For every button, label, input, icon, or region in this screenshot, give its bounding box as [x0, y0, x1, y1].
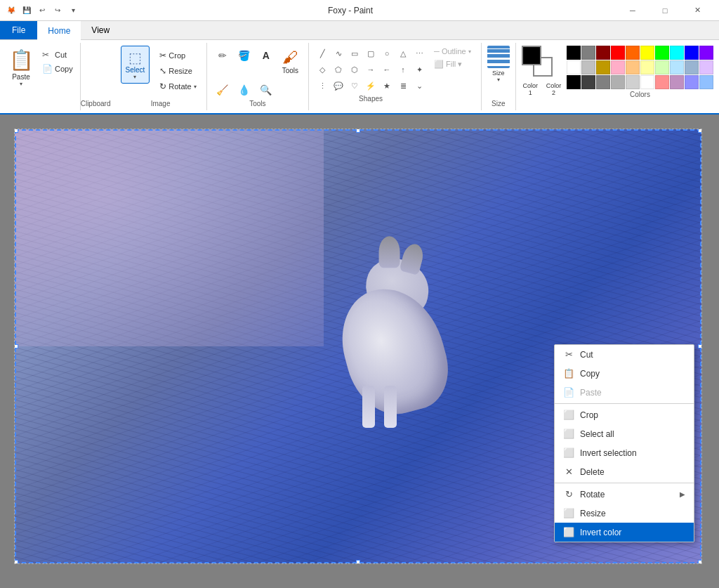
palette-swatch-13[interactable]: [611, 60, 625, 74]
shape-lightning[interactable]: ⚡: [363, 78, 378, 93]
palette-swatch-2[interactable]: [596, 46, 610, 60]
paste-button[interactable]: 📋 Paste ▾: [4, 46, 38, 90]
context-menu-item-rotate[interactable]: ↻Rotate▶: [555, 485, 694, 504]
palette-swatch-25[interactable]: [640, 75, 654, 89]
palette-swatch-27[interactable]: [670, 75, 684, 89]
rotate-button[interactable]: ↻ Rotate ▾: [155, 79, 200, 93]
palette-swatch-21[interactable]: [581, 75, 595, 89]
context-menu-item-invert-selection[interactable]: ⬜Invert selection: [555, 443, 694, 462]
eraser-tool[interactable]: 🧹: [213, 80, 232, 100]
shape-scroll-down[interactable]: ⌄: [411, 78, 427, 93]
palette-swatch-19[interactable]: [699, 60, 713, 74]
shape-rounded-rect[interactable]: ▢: [363, 46, 378, 61]
palette-swatch-24[interactable]: [626, 75, 640, 89]
palette-swatch-26[interactable]: [655, 75, 669, 89]
select-button[interactable]: ⬚ Select ▾: [121, 46, 150, 84]
palette-swatch-3[interactable]: [611, 46, 625, 60]
palette-swatch-14[interactable]: [626, 60, 640, 74]
rotate-arrow[interactable]: ▾: [194, 84, 197, 90]
context-menu-item-select-all[interactable]: ⬜Select all: [555, 424, 694, 443]
size-line-medium[interactable]: [484, 53, 513, 54]
magnify-tool[interactable]: 🔍: [256, 80, 276, 100]
save-icon[interactable]: 💾: [21, 5, 32, 16]
shape-rect[interactable]: ▭: [347, 46, 362, 61]
shape-curve[interactable]: ∿: [331, 46, 346, 61]
color1-button[interactable]: Color 1: [522, 81, 539, 96]
undo-icon[interactable]: ↩: [37, 5, 48, 16]
shape-diamond[interactable]: ◇: [315, 62, 330, 77]
shape-more2[interactable]: ⋮: [315, 78, 330, 93]
context-menu-item-resize[interactable]: ⬜Resize: [555, 504, 694, 523]
size-line-thin[interactable]: [484, 48, 513, 49]
context-menu-item-cut[interactable]: ✂Cut: [555, 345, 694, 364]
color2-button[interactable]: Color 2: [545, 81, 562, 96]
fill-button[interactable]: ⬜ Fill ▾: [430, 58, 475, 70]
outline-button[interactable]: ─ Outline ▾: [430, 46, 475, 57]
shape-star[interactable]: ★: [379, 78, 395, 93]
palette-swatch-5[interactable]: [640, 46, 654, 60]
title-bar-quick-access[interactable]: 🦊 💾 ↩ ↪ ▾: [6, 5, 79, 16]
crop-button[interactable]: ✂ Crop: [155, 48, 200, 63]
size-arrow[interactable]: ▾: [497, 77, 500, 83]
menu-tab-home[interactable]: Home: [37, 21, 81, 40]
size-line-thicker[interactable]: [484, 63, 513, 66]
shape-up-arrow[interactable]: ↑: [395, 62, 411, 77]
shape-left-arrow[interactable]: ←: [379, 62, 395, 77]
menu-tab-file[interactable]: File: [0, 21, 37, 39]
palette-swatch-10[interactable]: [567, 60, 581, 74]
text-tool[interactable]: A: [256, 46, 276, 65]
picker-tool[interactable]: 💧: [235, 80, 254, 100]
palette-swatch-8[interactable]: [685, 46, 699, 60]
shape-right-arrow[interactable]: →: [363, 62, 378, 77]
palette-swatch-4[interactable]: [626, 46, 640, 60]
context-menu-item-copy[interactable]: 📋Copy: [555, 364, 694, 383]
color1-swatch[interactable]: [522, 46, 541, 65]
fill-tool[interactable]: 🪣: [235, 46, 254, 65]
size-line-thick[interactable]: [484, 58, 513, 60]
cut-button[interactable]: ✂ Cut: [39, 48, 76, 61]
palette-swatch-1[interactable]: [581, 46, 595, 60]
shape-pentagon[interactable]: ⬠: [331, 62, 346, 77]
shape-hexagon[interactable]: ⬡: [347, 62, 362, 77]
palette-swatch-22[interactable]: [596, 75, 610, 89]
palette-swatch-29[interactable]: [699, 75, 713, 89]
select-arrow[interactable]: ▾: [133, 74, 136, 80]
maximize-button[interactable]: □: [649, 0, 681, 21]
shape-ellipse[interactable]: ○: [379, 46, 395, 61]
paste-dropdown-arrow[interactable]: ▾: [20, 81, 22, 87]
minimize-button[interactable]: ─: [616, 0, 649, 21]
palette-swatch-17[interactable]: [670, 60, 684, 74]
shape-heart[interactable]: ♡: [347, 78, 362, 93]
palette-swatch-16[interactable]: [655, 60, 669, 74]
canvas-image[interactable]: ✂Cut📋Copy📄Paste⬜Crop⬜Select all⬜Invert s…: [14, 129, 702, 564]
palette-swatch-18[interactable]: [685, 60, 699, 74]
context-menu-item-delete[interactable]: ✕Delete: [555, 462, 694, 481]
menu-tab-view[interactable]: View: [81, 21, 120, 39]
palette-swatch-6[interactable]: [655, 46, 669, 60]
palette-swatch-11[interactable]: [581, 60, 595, 74]
palette-swatch-9[interactable]: [699, 46, 713, 60]
palette-swatch-7[interactable]: [670, 46, 684, 60]
context-menu-item-invert-color[interactable]: ⬜Invert color: [555, 523, 694, 542]
shape-line[interactable]: ╱: [315, 46, 330, 61]
redo-icon[interactable]: ↪: [52, 5, 63, 16]
outline-arrow[interactable]: ▾: [468, 48, 471, 55]
palette-swatch-28[interactable]: [685, 75, 699, 89]
palette-swatch-12[interactable]: [596, 60, 610, 74]
shape-triangle[interactable]: △: [395, 46, 411, 61]
shape-scroll[interactable]: ≣: [395, 78, 411, 93]
shape-star4[interactable]: ✦: [411, 62, 427, 77]
resize-button[interactable]: ⤡ Resize: [155, 64, 200, 78]
canvas-area[interactable]: ✂Cut📋Copy📄Paste⬜Crop⬜Select all⬜Invert s…: [0, 115, 719, 588]
shape-more[interactable]: ⋯: [411, 46, 427, 61]
more-icon[interactable]: ▾: [67, 5, 79, 16]
brushes-button[interactable]: 🖌 Tools: [278, 46, 303, 77]
context-menu-item-crop[interactable]: ⬜Crop: [555, 405, 694, 424]
window-controls[interactable]: ─ □ ✕: [616, 0, 713, 21]
close-button[interactable]: ✕: [681, 0, 713, 21]
palette-swatch-0[interactable]: [567, 46, 581, 60]
shape-callout[interactable]: 💬: [331, 78, 346, 93]
pencil-tool[interactable]: ✏: [213, 46, 232, 65]
copy-button[interactable]: 📄 Copy: [39, 63, 76, 75]
palette-swatch-23[interactable]: [611, 75, 625, 89]
